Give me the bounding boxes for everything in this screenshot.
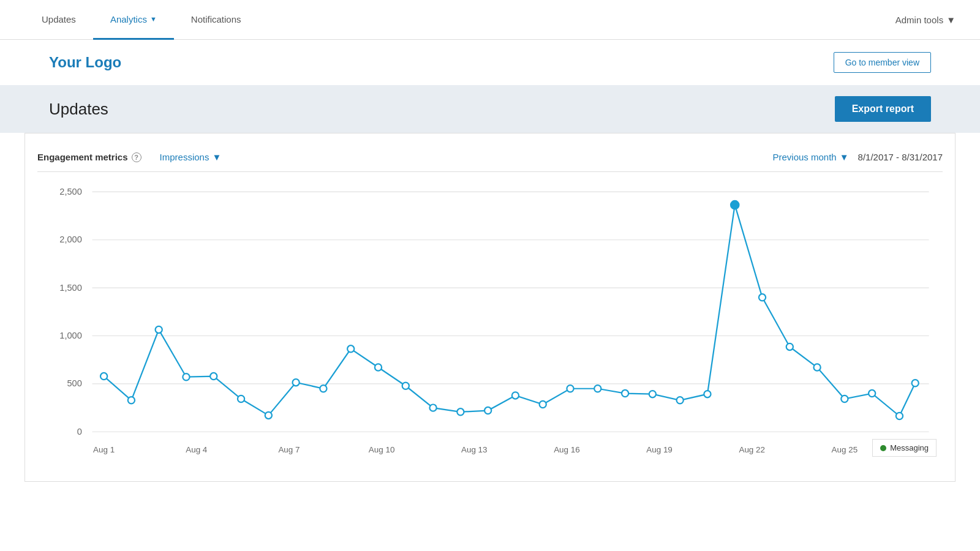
legend-dot (880, 445, 886, 451)
svg-text:2,500: 2,500 (59, 187, 81, 197)
info-icon[interactable]: ? (132, 152, 141, 162)
svg-point-26 (210, 373, 217, 380)
chart-container: Engagement metrics ? Impressions ▼ Previ… (24, 133, 956, 482)
svg-point-46 (759, 294, 766, 301)
page-header: Your Logo Go to member view (0, 40, 980, 85)
export-report-button[interactable]: Export report (835, 96, 931, 122)
svg-point-37 (512, 392, 519, 399)
svg-point-47 (786, 343, 793, 350)
svg-text:Aug 13: Aug 13 (461, 445, 488, 454)
svg-point-25 (183, 373, 189, 380)
top-navigation: Updates Analytics ▼ Notifications Admin … (0, 0, 980, 40)
svg-text:Aug 22: Aug 22 (739, 445, 765, 454)
impressions-dropdown[interactable]: Impressions ▼ (160, 152, 222, 162)
svg-text:Aug 25: Aug 25 (832, 445, 858, 454)
svg-point-41 (622, 390, 628, 397)
svg-text:Aug 1: Aug 1 (93, 445, 115, 454)
admin-tools-menu[interactable]: Admin tools ▼ (895, 15, 956, 25)
admin-tools-arrow: ▼ (946, 15, 956, 25)
svg-point-49 (841, 395, 848, 402)
svg-point-22 (100, 373, 107, 380)
svg-text:Aug 10: Aug 10 (369, 445, 395, 454)
previous-month-dropdown[interactable]: Previous month ▼ (772, 152, 848, 162)
chart-controls: Engagement metrics ? Impressions ▼ Previ… (37, 146, 943, 172)
svg-text:Aug 7: Aug 7 (278, 445, 300, 454)
svg-point-33 (402, 383, 409, 389)
chart-legend: Messaging (872, 439, 937, 457)
svg-point-24 (156, 326, 162, 333)
svg-text:1,000: 1,000 (59, 331, 81, 340)
analytics-dropdown-arrow: ▼ (150, 15, 157, 23)
impressions-arrow: ▼ (212, 152, 221, 162)
svg-point-30 (320, 385, 326, 392)
legend-label: Messaging (890, 443, 929, 452)
member-view-button[interactable]: Go to member view (834, 52, 931, 73)
svg-point-29 (293, 379, 300, 386)
svg-point-45 (731, 201, 739, 209)
nav-updates[interactable]: Updates (24, 0, 93, 40)
svg-point-31 (347, 345, 354, 352)
svg-point-27 (238, 395, 244, 402)
svg-point-42 (649, 391, 656, 397)
svg-point-34 (429, 404, 436, 411)
svg-point-32 (375, 364, 382, 370)
svg-text:Aug 19: Aug 19 (646, 445, 673, 454)
prev-month-arrow: ▼ (840, 152, 849, 162)
svg-text:Aug 4: Aug 4 (186, 445, 208, 454)
svg-point-50 (869, 390, 875, 397)
nav-notifications[interactable]: Notifications (174, 0, 258, 40)
svg-point-48 (813, 364, 820, 370)
chart-svg-wrapper: 2,500 2,000 1,500 1,000 500 0 Aug 1 Aug … (37, 178, 943, 475)
section-title: Updates (49, 100, 108, 119)
svg-point-52 (912, 380, 919, 386)
svg-point-35 (457, 408, 464, 415)
date-range: 8/1/2017 - 8/31/2017 (858, 152, 943, 162)
svg-text:2,000: 2,000 (59, 234, 81, 244)
logo: Your Logo (49, 54, 121, 71)
nav-analytics[interactable]: Analytics ▼ (93, 0, 174, 40)
line-chart: 2,500 2,000 1,500 1,000 500 0 Aug 1 Aug … (37, 178, 943, 473)
svg-point-38 (540, 401, 546, 408)
svg-text:1,500: 1,500 (59, 283, 81, 293)
svg-point-23 (128, 397, 135, 403)
svg-point-40 (594, 385, 601, 392)
svg-point-39 (567, 385, 573, 392)
engagement-label: Engagement metrics ? (37, 152, 141, 162)
section-header: Updates Export report (0, 85, 980, 133)
svg-text:500: 500 (67, 378, 82, 388)
svg-point-43 (677, 397, 684, 403)
svg-point-28 (265, 412, 272, 419)
svg-point-51 (896, 413, 903, 419)
svg-point-44 (704, 391, 710, 397)
svg-point-36 (484, 407, 491, 414)
svg-text:0: 0 (77, 427, 82, 437)
svg-text:Aug 16: Aug 16 (554, 445, 580, 454)
